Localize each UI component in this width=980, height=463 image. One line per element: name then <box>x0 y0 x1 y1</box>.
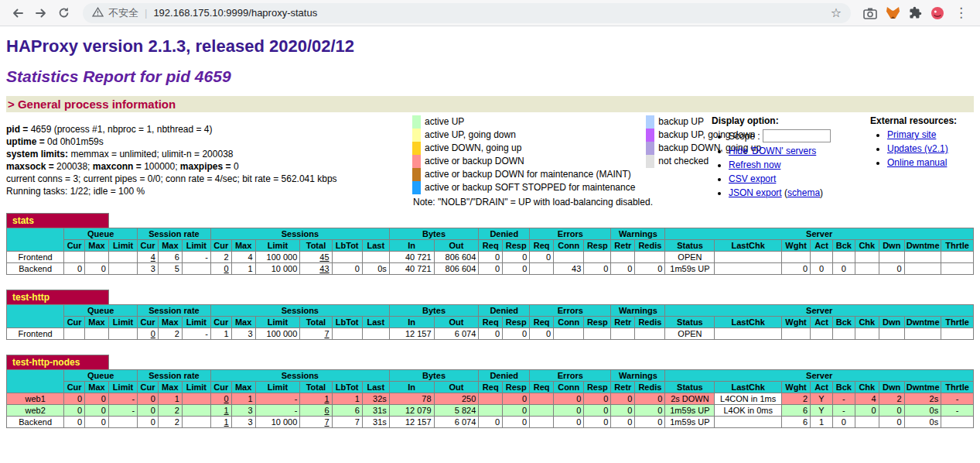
stat-cell: - <box>255 405 300 417</box>
stat-cell: 0 <box>138 393 159 405</box>
stat-cell <box>855 328 879 340</box>
proxy-table-test-http: test-httpQueueSession rateSessionsBytesD… <box>6 290 974 340</box>
column-group-header: Denied <box>479 228 530 240</box>
scope-input[interactable] <box>763 129 831 142</box>
not-secure-warning-icon[interactable] <box>92 7 104 19</box>
extension-avatar-icon[interactable] <box>930 6 944 20</box>
display-option-link[interactable]: Hide 'DOWN' servers <box>729 146 816 156</box>
column-header: Max <box>231 240 255 252</box>
process-info-line: pid = 4659 (process #1, nbproc = 1, nbth… <box>6 123 412 135</box>
display-option-link[interactable]: JSON export <box>729 187 782 198</box>
display-option-link[interactable]: Refresh now <box>729 159 780 170</box>
column-group-header: Session rate <box>138 305 211 317</box>
column-header: Act <box>811 382 833 393</box>
column-header: Bck <box>832 382 855 393</box>
column-group-header: Warnings <box>611 370 665 382</box>
external-resource-item: Updates (v2.1) <box>887 143 974 154</box>
stat-cell: - <box>832 393 855 405</box>
column-header: Dwntme <box>904 317 941 328</box>
stat-cell: 3 <box>231 405 255 417</box>
stat-cell: 0 <box>584 405 611 417</box>
column-header: Retr <box>611 382 635 393</box>
column-header: Max <box>231 317 255 328</box>
stat-cell <box>530 263 554 275</box>
stat-cell: - <box>255 393 300 405</box>
external-resource-link[interactable]: Online manual <box>887 157 947 168</box>
metamask-fox-icon[interactable] <box>886 6 900 20</box>
stat-value-tooltip: 0 <box>151 329 155 338</box>
stat-cell <box>904 328 941 340</box>
browser-toolbar: 不安全 | 192.168.175.10:9999/haproxy-status… <box>0 0 980 26</box>
legend-label: active or backup DOWN for maintenance (M… <box>421 168 646 181</box>
menu-icon[interactable]: ⋮ <box>953 5 969 21</box>
column-header: LastChk <box>715 382 782 393</box>
column-group-header: Bytes <box>389 228 478 240</box>
column-header: Last <box>362 382 389 393</box>
column-header: Req <box>530 240 554 252</box>
stat-cell: OPEN <box>665 252 715 263</box>
stat-cell: 10 000 <box>255 417 300 428</box>
external-resources-list: Primary siteUpdates (v2.1)Online manual <box>870 129 974 168</box>
stat-cell: 6 <box>158 252 182 263</box>
bookmark-star-icon[interactable]: ☆ <box>831 5 842 20</box>
column-header: Thrtle <box>941 317 974 328</box>
column-header: Max <box>85 240 109 252</box>
stat-cell: 0 <box>503 405 530 417</box>
stat-cell: 1m59s UP <box>665 417 715 428</box>
column-group-header: Session rate <box>138 370 211 382</box>
stat-cell: 0 <box>138 405 159 417</box>
stat-cell <box>64 252 85 263</box>
stat-cell <box>941 417 974 428</box>
column-header: Limit <box>182 317 210 328</box>
stat-cell <box>941 252 974 263</box>
external-resource-link[interactable]: Primary site <box>887 129 936 140</box>
column-header-row: CurMaxLimitCurMaxLimitCurMaxLimitTotalLb… <box>7 382 974 393</box>
stat-cell <box>530 393 554 405</box>
display-option-link[interactable]: schema <box>787 187 820 198</box>
column-group-header: Bytes <box>389 305 478 317</box>
stat-cell: 45 <box>300 252 332 263</box>
display-option-link[interactable]: CSV export <box>729 173 776 184</box>
column-header: Chk <box>855 240 879 252</box>
table-row-backend: Backend00350110 0004300s40 721806 604004… <box>7 263 974 275</box>
column-header: Retr <box>611 317 635 328</box>
stat-cell: 0 <box>879 263 904 275</box>
column-group-header: Queue <box>64 228 138 240</box>
stat-cell: 0 <box>332 263 362 275</box>
stat-cell <box>584 252 611 263</box>
external-resource-link[interactable]: Updates (v2.1) <box>887 143 948 154</box>
column-header: Total <box>300 317 332 328</box>
back-button[interactable] <box>8 5 28 22</box>
legend-label: active or backup DOWN <box>421 155 646 168</box>
process-info-text: current conns = 3; current pipes = 0/0; … <box>6 173 337 184</box>
stat-cell <box>332 252 362 263</box>
stat-cell: 0 <box>138 328 159 340</box>
stat-cell: 0 <box>503 252 530 263</box>
stat-value-tooltip: 0 <box>224 264 229 273</box>
reload-button[interactable] <box>54 5 73 21</box>
display-option-item: CSV export <box>729 173 870 184</box>
stat-cell <box>108 328 137 340</box>
column-group-header: Server <box>665 305 974 317</box>
stat-cell: - <box>832 405 855 417</box>
column-header: Last <box>362 317 389 328</box>
screenshot-camera-icon[interactable] <box>863 7 877 19</box>
stat-cell: OPEN <box>665 328 715 340</box>
forward-button[interactable] <box>31 5 51 22</box>
stat-cell: 0 <box>879 405 904 417</box>
stat-value-tooltip: 7 <box>324 329 329 338</box>
stat-cell: 250 <box>434 393 479 405</box>
stat-cell: 12 157 <box>389 328 434 340</box>
column-header: Wght <box>782 240 811 252</box>
stat-cell: 0 <box>635 405 665 417</box>
column-header: Max <box>85 317 109 328</box>
extensions-puzzle-icon[interactable] <box>909 6 922 19</box>
page-title[interactable]: HAProxy version 2.1.3, released 2020/02/… <box>6 36 974 57</box>
stat-cell: 0 <box>584 393 611 405</box>
stat-cell: 0 <box>210 263 231 275</box>
stat-cell: 2 <box>158 417 182 428</box>
stat-cell: 0 <box>611 405 635 417</box>
address-bar[interactable]: 不安全 | 192.168.175.10:9999/haproxy-status… <box>83 3 851 23</box>
stat-value-tooltip: 45 <box>319 252 329 262</box>
column-header-row: CurMaxLimitCurMaxLimitCurMaxLimitTotalLb… <box>7 317 974 328</box>
